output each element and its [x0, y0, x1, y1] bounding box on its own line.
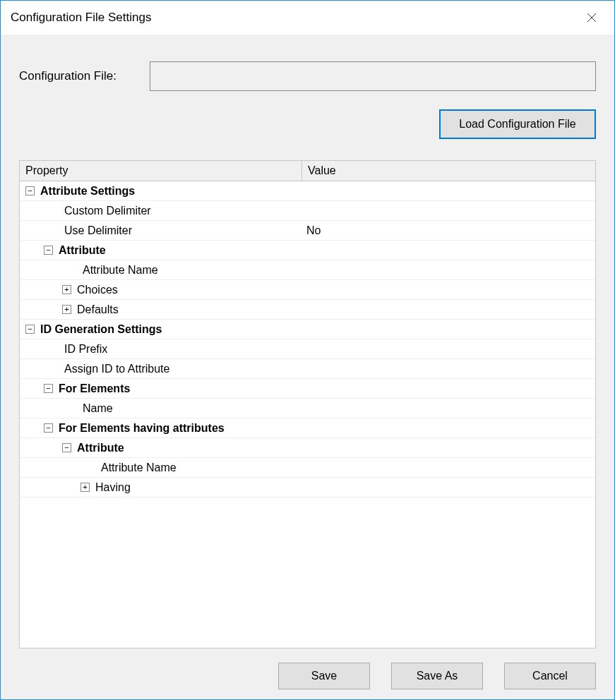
property-cell: Attribute Settings: [20, 185, 302, 198]
property-label: Choices: [77, 284, 118, 296]
property-label: Assign ID to Attribute: [64, 363, 169, 375]
toggle-spacer: [44, 364, 59, 373]
property-cell: For Elements having attributes: [20, 422, 302, 435]
toggle-spacer: [44, 226, 59, 235]
property-row[interactable]: ID Generation Settings: [20, 320, 595, 339]
property-label: Use Delimiter: [64, 224, 132, 237]
property-row[interactable]: ID Prefix: [20, 339, 595, 359]
load-configuration-file-button[interactable]: Load Configuration File: [439, 109, 596, 139]
close-button[interactable]: [578, 4, 606, 32]
value-cell[interactable]: [302, 308, 595, 311]
property-cell: Attribute: [20, 244, 302, 257]
dialog-configuration-file-settings: Configuration File Settings Configuratio…: [0, 0, 615, 700]
configuration-file-label: Configuration File:: [19, 69, 150, 83]
save-button[interactable]: Save: [278, 663, 370, 689]
value-cell[interactable]: [302, 387, 595, 390]
property-row[interactable]: For Elements having attributes: [20, 418, 595, 438]
value-cell[interactable]: [302, 249, 595, 252]
property-label: Attribute Name: [83, 264, 158, 277]
toggle-spacer: [44, 344, 59, 354]
expand-icon[interactable]: [62, 285, 71, 294]
value-cell[interactable]: [302, 348, 595, 351]
cancel-button[interactable]: Cancel: [504, 663, 596, 689]
dialog-footer: Save Save As Cancel: [9, 648, 606, 689]
property-row[interactable]: Attribute Name: [20, 458, 595, 478]
value-cell[interactable]: No: [302, 223, 595, 239]
collapse-icon[interactable]: [25, 325, 35, 334]
property-cell: ID Generation Settings: [20, 323, 302, 336]
property-label: ID Generation Settings: [40, 323, 162, 336]
property-label: Name: [83, 402, 113, 415]
property-row[interactable]: Use DelimiterNo: [20, 221, 595, 241]
property-label: Attribute Name: [101, 461, 177, 474]
expand-icon[interactable]: [62, 305, 71, 314]
property-grid-body: Attribute SettingsCustom DelimiterUse De…: [20, 181, 595, 648]
property-grid-header: Property Value: [20, 161, 595, 181]
value-cell[interactable]: [302, 466, 595, 469]
toggle-spacer: [62, 404, 77, 413]
toggle-spacer: [62, 265, 77, 274]
value-cell[interactable]: [302, 407, 595, 410]
value-cell[interactable]: [302, 427, 595, 430]
window-title: Configuration File Settings: [11, 11, 578, 25]
toggle-spacer: [44, 206, 59, 215]
property-label: Custom Delimiter: [64, 205, 151, 217]
property-cell: Choices: [20, 284, 302, 296]
value-cell[interactable]: [302, 368, 595, 370]
property-label: ID Prefix: [64, 343, 107, 356]
property-cell: Having: [20, 481, 302, 494]
property-row[interactable]: Name: [20, 399, 595, 418]
value-cell[interactable]: [302, 210, 595, 212]
property-cell: Attribute: [20, 442, 302, 454]
property-cell: Custom Delimiter: [20, 205, 302, 217]
column-header-property[interactable]: Property: [20, 161, 302, 181]
property-label: Attribute: [59, 244, 106, 257]
configuration-file-row: Configuration File:: [9, 42, 606, 91]
property-cell: Use Delimiter: [20, 224, 302, 237]
property-row[interactable]: Assign ID to Attribute: [20, 359, 595, 379]
close-icon: [587, 13, 597, 23]
property-cell: ID Prefix: [20, 343, 302, 356]
property-row[interactable]: Having: [20, 478, 595, 497]
collapse-icon[interactable]: [44, 246, 53, 255]
column-header-value[interactable]: Value: [302, 161, 595, 181]
load-button-row: Load Configuration File: [9, 91, 606, 139]
property-cell: Attribute Name: [20, 264, 302, 277]
property-label: For Elements having attributes: [59, 422, 225, 435]
configuration-file-input[interactable]: [150, 61, 596, 91]
property-row[interactable]: Defaults: [20, 300, 595, 320]
property-cell: Assign ID to Attribute: [20, 363, 302, 375]
expand-icon[interactable]: [80, 483, 90, 492]
property-row[interactable]: Attribute: [20, 438, 595, 458]
property-label: Attribute: [77, 442, 124, 454]
property-label: Defaults: [77, 303, 119, 316]
value-cell[interactable]: [302, 190, 595, 193]
property-label: Having: [95, 481, 131, 494]
value-cell[interactable]: [302, 289, 595, 291]
property-row[interactable]: Choices: [20, 280, 595, 300]
property-row[interactable]: Attribute: [20, 241, 595, 260]
property-row[interactable]: Attribute Settings: [20, 181, 595, 201]
save-as-button[interactable]: Save As: [391, 663, 483, 689]
value-cell[interactable]: [302, 269, 595, 272]
titlebar: Configuration File Settings: [1, 1, 614, 35]
property-row[interactable]: Attribute Name: [20, 260, 595, 280]
property-cell: Attribute Name: [20, 461, 302, 474]
collapse-icon[interactable]: [62, 443, 71, 452]
collapse-icon[interactable]: [44, 384, 53, 393]
value-cell[interactable]: [302, 486, 595, 489]
dialog-body: Configuration File: Load Configuration F…: [1, 35, 614, 699]
property-row[interactable]: For Elements: [20, 379, 595, 399]
property-cell: Defaults: [20, 303, 302, 316]
collapse-icon[interactable]: [25, 186, 35, 195]
property-grid: Property Value Attribute SettingsCustom …: [19, 160, 596, 648]
property-cell: For Elements: [20, 382, 302, 395]
property-cell: Name: [20, 402, 302, 415]
property-label: Attribute Settings: [40, 185, 135, 198]
value-cell[interactable]: [302, 328, 595, 331]
property-label: For Elements: [59, 382, 130, 395]
property-row[interactable]: Custom Delimiter: [20, 201, 595, 221]
toggle-spacer: [80, 463, 95, 472]
value-cell[interactable]: [302, 447, 595, 449]
collapse-icon[interactable]: [44, 423, 53, 433]
